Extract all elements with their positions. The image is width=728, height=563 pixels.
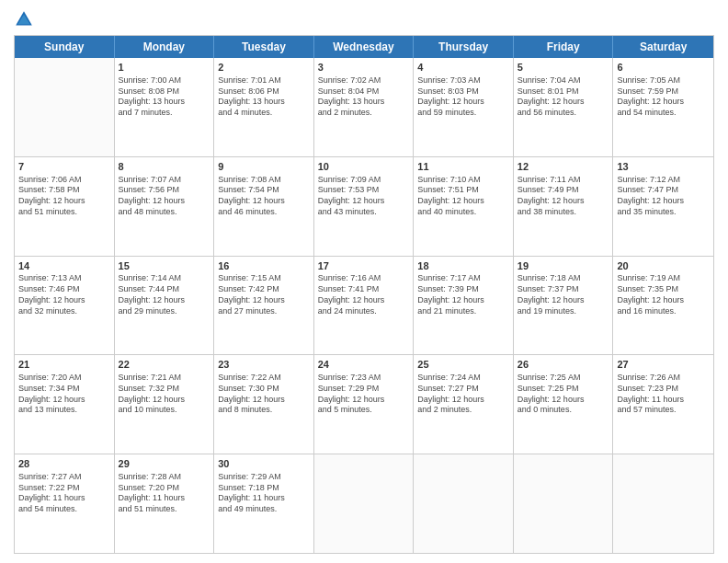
day-info: Sunrise: 7:16 AM Sunset: 7:41 PM Dayligh… [318,273,410,316]
calendar-cell: 3Sunrise: 7:02 AM Sunset: 8:04 PM Daylig… [314,58,415,156]
calendar-cell: 27Sunrise: 7:26 AM Sunset: 7:23 PM Dayli… [613,355,713,454]
header-day-sunday: Sunday [15,36,115,58]
calendar-cell [414,454,514,553]
day-number: 27 [617,358,710,372]
day-info: Sunrise: 7:14 AM Sunset: 7:44 PM Dayligh… [119,273,210,316]
calendar-cell: 10Sunrise: 7:09 AM Sunset: 7:53 PM Dayli… [314,157,415,256]
day-info: Sunrise: 7:18 AM Sunset: 7:37 PM Dayligh… [518,273,609,316]
day-number: 30 [218,457,310,471]
day-info: Sunrise: 7:19 AM Sunset: 7:35 PM Dayligh… [617,273,710,316]
day-number: 13 [617,160,710,174]
calendar-cell [613,454,713,553]
calendar-cell: 19Sunrise: 7:18 AM Sunset: 7:37 PM Dayli… [514,257,614,355]
calendar-cell: 23Sunrise: 7:22 AM Sunset: 7:30 PM Dayli… [214,355,314,454]
logo [14,9,38,29]
calendar-cell: 1Sunrise: 7:00 AM Sunset: 8:08 PM Daylig… [115,58,215,156]
calendar-row-4: 28Sunrise: 7:27 AM Sunset: 7:22 PM Dayli… [15,454,713,553]
logo-icon [14,9,34,29]
calendar-cell: 18Sunrise: 7:17 AM Sunset: 7:39 PM Dayli… [414,257,514,355]
header-day-monday: Monday [115,36,215,58]
calendar-cell: 11Sunrise: 7:10 AM Sunset: 7:51 PM Dayli… [414,157,514,256]
day-info: Sunrise: 7:13 AM Sunset: 7:46 PM Dayligh… [18,273,110,316]
day-info: Sunrise: 7:24 AM Sunset: 7:27 PM Dayligh… [417,373,509,416]
day-number: 21 [18,358,110,372]
calendar-cell: 20Sunrise: 7:19 AM Sunset: 7:35 PM Dayli… [613,257,713,355]
day-number: 18 [417,259,509,273]
day-number: 10 [318,160,410,174]
day-info: Sunrise: 7:22 AM Sunset: 7:30 PM Dayligh… [218,373,310,416]
header-day-wednesday: Wednesday [314,36,415,58]
calendar-cell: 4Sunrise: 7:03 AM Sunset: 8:03 PM Daylig… [414,58,514,156]
calendar-row-1: 7Sunrise: 7:06 AM Sunset: 7:58 PM Daylig… [15,157,713,257]
calendar-cell [15,58,115,156]
calendar-row-0: 1Sunrise: 7:00 AM Sunset: 8:08 PM Daylig… [15,58,713,157]
day-number: 19 [518,259,609,273]
day-info: Sunrise: 7:04 AM Sunset: 8:01 PM Dayligh… [518,75,609,119]
calendar-cell: 7Sunrise: 7:06 AM Sunset: 7:58 PM Daylig… [15,157,115,256]
calendar-cell: 26Sunrise: 7:25 AM Sunset: 7:25 PM Dayli… [514,355,614,454]
calendar-cell: 12Sunrise: 7:11 AM Sunset: 7:49 PM Dayli… [514,157,614,256]
day-number: 8 [119,160,210,174]
calendar-cell: 16Sunrise: 7:15 AM Sunset: 7:42 PM Dayli… [214,257,314,355]
calendar-cell: 29Sunrise: 7:28 AM Sunset: 7:20 PM Dayli… [115,454,215,553]
day-number: 14 [18,259,110,273]
day-number: 2 [218,61,310,75]
header-day-thursday: Thursday [414,36,514,58]
header-day-saturday: Saturday [613,36,713,58]
calendar-cell: 14Sunrise: 7:13 AM Sunset: 7:46 PM Dayli… [15,257,115,355]
day-info: Sunrise: 7:02 AM Sunset: 8:04 PM Dayligh… [318,75,410,119]
day-number: 9 [218,160,310,174]
day-info: Sunrise: 7:23 AM Sunset: 7:29 PM Dayligh… [318,373,410,416]
calendar-cell: 5Sunrise: 7:04 AM Sunset: 8:01 PM Daylig… [514,58,614,156]
day-number: 1 [119,61,210,75]
day-info: Sunrise: 7:29 AM Sunset: 7:18 PM Dayligh… [218,472,310,515]
day-number: 5 [518,61,609,75]
calendar-cell: 21Sunrise: 7:20 AM Sunset: 7:34 PM Dayli… [15,355,115,454]
day-number: 7 [18,160,110,174]
day-info: Sunrise: 7:15 AM Sunset: 7:42 PM Dayligh… [218,273,310,316]
day-number: 6 [617,61,710,75]
day-info: Sunrise: 7:00 AM Sunset: 8:08 PM Dayligh… [119,75,210,119]
calendar-cell: 22Sunrise: 7:21 AM Sunset: 7:32 PM Dayli… [115,355,215,454]
day-info: Sunrise: 7:06 AM Sunset: 7:58 PM Dayligh… [18,175,110,218]
calendar-cell: 15Sunrise: 7:14 AM Sunset: 7:44 PM Dayli… [115,257,215,355]
day-number: 20 [617,259,710,273]
calendar-row-2: 14Sunrise: 7:13 AM Sunset: 7:46 PM Dayli… [15,257,713,356]
day-info: Sunrise: 7:10 AM Sunset: 7:51 PM Dayligh… [417,175,509,218]
day-number: 25 [417,358,509,372]
calendar-cell: 24Sunrise: 7:23 AM Sunset: 7:29 PM Dayli… [314,355,415,454]
day-number: 23 [218,358,310,372]
calendar-cell [514,454,614,553]
day-info: Sunrise: 7:27 AM Sunset: 7:22 PM Dayligh… [18,472,110,515]
calendar-cell: 17Sunrise: 7:16 AM Sunset: 7:41 PM Dayli… [314,257,415,355]
day-number: 17 [318,259,410,273]
day-info: Sunrise: 7:20 AM Sunset: 7:34 PM Dayligh… [18,373,110,416]
calendar-cell: 13Sunrise: 7:12 AM Sunset: 7:47 PM Dayli… [613,157,713,256]
calendar-cell: 28Sunrise: 7:27 AM Sunset: 7:22 PM Dayli… [15,454,115,553]
day-info: Sunrise: 7:07 AM Sunset: 7:56 PM Dayligh… [119,175,210,218]
day-number: 28 [18,457,110,471]
day-info: Sunrise: 7:08 AM Sunset: 7:54 PM Dayligh… [218,175,310,218]
day-info: Sunrise: 7:03 AM Sunset: 8:03 PM Dayligh… [417,75,509,119]
day-info: Sunrise: 7:01 AM Sunset: 8:06 PM Dayligh… [218,75,310,119]
calendar-cell [314,454,415,553]
day-info: Sunrise: 7:12 AM Sunset: 7:47 PM Dayligh… [617,175,710,218]
header-day-friday: Friday [514,36,614,58]
calendar-header: SundayMondayTuesdayWednesdayThursdayFrid… [15,36,713,58]
day-number: 12 [518,160,609,174]
day-number: 26 [518,358,609,372]
day-number: 22 [119,358,210,372]
day-info: Sunrise: 7:09 AM Sunset: 7:53 PM Dayligh… [318,175,410,218]
day-info: Sunrise: 7:21 AM Sunset: 7:32 PM Dayligh… [119,373,210,416]
calendar: SundayMondayTuesdayWednesdayThursdayFrid… [14,35,714,554]
page: SundayMondayTuesdayWednesdayThursdayFrid… [0,0,728,563]
header [14,9,714,29]
day-info: Sunrise: 7:25 AM Sunset: 7:25 PM Dayligh… [518,373,609,416]
day-number: 11 [417,160,509,174]
calendar-cell: 30Sunrise: 7:29 AM Sunset: 7:18 PM Dayli… [214,454,314,553]
day-number: 16 [218,259,310,273]
calendar-row-3: 21Sunrise: 7:20 AM Sunset: 7:34 PM Dayli… [15,355,713,454]
calendar-cell: 6Sunrise: 7:05 AM Sunset: 7:59 PM Daylig… [613,58,713,156]
calendar-cell: 25Sunrise: 7:24 AM Sunset: 7:27 PM Dayli… [414,355,514,454]
day-info: Sunrise: 7:05 AM Sunset: 7:59 PM Dayligh… [617,75,710,119]
